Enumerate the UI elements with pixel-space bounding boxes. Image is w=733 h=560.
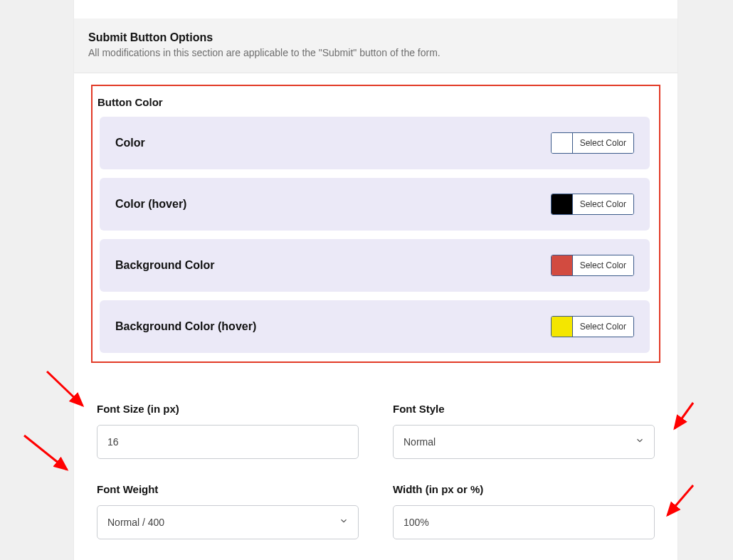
color-picker[interactable]: Select Color xyxy=(551,132,634,154)
color-row: Color Select Color xyxy=(100,117,650,169)
font-style-select-wrap: Normal xyxy=(393,425,655,459)
color-label: Color xyxy=(115,137,145,149)
width-label: Width (in px or %) xyxy=(393,483,655,495)
background-color-hover-picker[interactable]: Select Color xyxy=(551,316,634,337)
svg-line-1 xyxy=(24,435,67,470)
color-row: Background Color Select Color xyxy=(100,239,650,292)
font-weight-label: Font Weight xyxy=(97,483,359,495)
color-swatch[interactable] xyxy=(552,194,573,214)
font-weight-select[interactable]: Normal / 400 xyxy=(97,505,359,539)
font-size-label: Font Size (in px) xyxy=(97,403,359,415)
font-size-field-group: Font Size (in px) xyxy=(97,403,359,459)
width-input[interactable] xyxy=(393,505,655,539)
color-swatch[interactable] xyxy=(552,317,573,337)
section-title: Submit Button Options xyxy=(88,31,663,44)
width-field-group: Width (in px or %) xyxy=(393,483,655,539)
background-color-hover-label: Background Color (hover) xyxy=(115,320,256,333)
section-header: Submit Button Options All modifications … xyxy=(74,19,677,73)
highlight-box: Button Color Color Select Color Color (h… xyxy=(91,85,660,363)
background-color-picker[interactable]: Select Color xyxy=(551,255,634,276)
select-color-button[interactable]: Select Color xyxy=(573,317,633,337)
color-row: Background Color (hover) Select Color xyxy=(100,300,650,353)
font-size-input[interactable] xyxy=(97,425,359,459)
color-hover-label: Color (hover) xyxy=(115,198,186,211)
settings-panel: Submit Button Options All modifications … xyxy=(74,0,677,560)
section-description: All modifications in this section are ap… xyxy=(88,47,663,58)
annotation-arrow-icon xyxy=(21,431,73,477)
font-weight-field-group: Font Weight Normal / 400 xyxy=(97,483,359,539)
font-weight-select-wrap: Normal / 400 xyxy=(97,505,359,539)
background-color-label: Background Color xyxy=(115,259,215,272)
select-color-button[interactable]: Select Color xyxy=(573,194,633,214)
font-style-select[interactable]: Normal xyxy=(393,425,655,459)
color-swatch[interactable] xyxy=(552,133,573,153)
button-color-heading: Button Color xyxy=(97,96,653,108)
color-swatch[interactable] xyxy=(552,255,573,275)
select-color-button[interactable]: Select Color xyxy=(573,133,633,153)
select-color-button[interactable]: Select Color xyxy=(573,255,633,275)
button-color-section: Button Color Color Select Color Color (h… xyxy=(74,73,677,370)
color-row: Color (hover) Select Color xyxy=(100,178,650,231)
font-style-label: Font Style xyxy=(393,403,655,415)
form-grid: Font Size (in px) Font Style Normal Font… xyxy=(74,370,677,554)
color-hover-picker[interactable]: Select Color xyxy=(551,194,634,215)
font-style-field-group: Font Style Normal xyxy=(393,403,655,459)
